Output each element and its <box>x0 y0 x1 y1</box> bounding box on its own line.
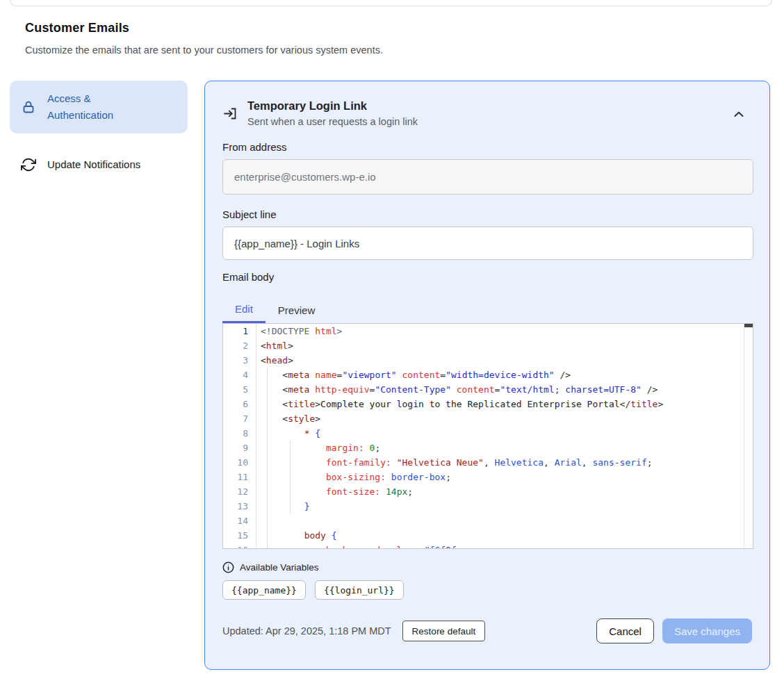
line-number: 10 <box>223 455 256 470</box>
variable-chip[interactable]: {{login_url}} <box>315 580 404 600</box>
editor-scrollbar-thumb[interactable] <box>744 324 753 327</box>
from-address-label: From address <box>222 141 752 153</box>
panel-header-text: Temporary Login Link Sent when a user re… <box>247 99 418 127</box>
code-text[interactable]: * { <box>256 426 753 441</box>
code-line: 2<html> <box>223 338 753 353</box>
line-number: 11 <box>223 470 256 484</box>
line-number: 3 <box>223 353 256 368</box>
sidebar-item-access-authentication[interactable]: Access & Authentication <box>10 81 188 133</box>
from-address-input[interactable] <box>222 159 753 195</box>
code-line: 14 <box>223 514 753 528</box>
tab-preview[interactable]: Preview <box>266 297 327 323</box>
code-text[interactable]: body { <box>256 528 753 543</box>
lock-icon <box>21 99 36 115</box>
code-line: 1<!DOCTYPE html> <box>223 324 753 338</box>
code-text[interactable]: } <box>256 499 753 514</box>
line-number: 7 <box>223 411 256 426</box>
indent-guide <box>267 368 268 548</box>
code-line: 6 <title>Complete your login to the Repl… <box>223 397 753 411</box>
line-number: 2 <box>223 338 256 353</box>
line-number: 4 <box>223 368 256 382</box>
info-icon <box>222 561 234 573</box>
cancel-button[interactable]: Cancel <box>596 618 654 643</box>
line-number: 14 <box>223 514 256 528</box>
line-number: 6 <box>223 397 256 411</box>
email-body-code-editor[interactable]: 1<!DOCTYPE html>2<html>3<head>4 <meta na… <box>222 323 753 549</box>
line-number: 12 <box>223 484 256 499</box>
updated-timestamp: Updated: Apr 29, 2025, 1:18 PM MDT <box>222 625 391 637</box>
code-text[interactable]: <meta http-equiv="Content-Type" content=… <box>256 382 753 397</box>
restore-default-button[interactable]: Restore default <box>402 621 486 641</box>
line-number: 5 <box>223 382 256 397</box>
code-text[interactable]: <style> <box>256 411 753 426</box>
panel-header: Temporary Login Link Sent when a user re… <box>222 99 752 127</box>
available-variables-row: Available Variables <box>222 561 752 573</box>
subject-line-input[interactable] <box>222 227 753 260</box>
sidebar-item-label: Update Notifications <box>47 156 140 173</box>
indent-guide <box>290 441 291 514</box>
temporary-login-link-panel: Temporary Login Link Sent when a user re… <box>204 81 770 670</box>
page-header: Customer Emails Customize the emails tha… <box>25 21 784 56</box>
code-line: 16 background-color: #f6f9fc; <box>223 543 753 549</box>
tab-edit[interactable]: Edit <box>222 297 266 323</box>
email-types-sidebar: Access & Authentication Update Notificat… <box>10 81 188 670</box>
variable-chip[interactable]: {{app_name}} <box>222 580 306 600</box>
line-number: 13 <box>223 499 256 514</box>
page-subtitle: Customize the emails that are sent to yo… <box>25 44 784 56</box>
code-line: 7 <style> <box>223 411 753 426</box>
code-text[interactable]: <head> <box>256 353 753 368</box>
code-text[interactable]: background-color: #f6f9fc; <box>256 543 753 549</box>
code-line: 9 margin: 0; <box>223 441 753 455</box>
editor-scrollbar-track[interactable] <box>744 324 753 548</box>
panel-footer: Updated: Apr 29, 2025, 1:18 PM MDT Resto… <box>222 618 752 643</box>
code-text[interactable]: <meta name="viewport" content="width=dev… <box>256 368 753 382</box>
line-number: 1 <box>223 324 256 338</box>
save-changes-button[interactable]: Save changes <box>662 618 752 643</box>
line-number: 15 <box>223 528 256 543</box>
code-text[interactable]: margin: 0; <box>256 441 753 455</box>
code-line: 4 <meta name="viewport" content="width=d… <box>223 368 753 382</box>
code-text[interactable]: <!DOCTYPE html> <box>256 324 753 338</box>
code-text[interactable]: box-sizing: border-box; <box>256 470 753 484</box>
previous-card-bottom-edge <box>10 0 772 6</box>
line-number: 9 <box>223 441 256 455</box>
code-line: 8 * { <box>223 426 753 441</box>
email-body-label: Email body <box>222 271 752 283</box>
chevron-up-icon <box>734 108 744 120</box>
collapse-section-button[interactable] <box>731 106 746 122</box>
code-line: 5 <meta http-equiv="Content-Type" conten… <box>223 382 753 397</box>
code-line: 13 } <box>223 499 753 514</box>
panel-subtitle: Sent when a user requests a login link <box>247 116 418 127</box>
refresh-icon <box>21 157 36 172</box>
panel-title: Temporary Login Link <box>247 99 418 113</box>
code-line: 10 font-family: "Helvetica Neue", Helvet… <box>223 455 753 470</box>
code-line: 3<head> <box>223 353 753 368</box>
page-title: Customer Emails <box>25 21 784 35</box>
subject-line-label: Subject line <box>222 208 752 220</box>
available-variables-label: Available Variables <box>240 562 319 573</box>
sidebar-item-label: Access & Authentication <box>47 90 153 124</box>
code-line: 12 font-size: 14px; <box>223 484 753 499</box>
line-number: 8 <box>223 426 256 441</box>
code-line: 11 box-sizing: border-box; <box>223 470 753 484</box>
code-text[interactable]: font-family: "Helvetica Neue", Helvetica… <box>256 455 753 470</box>
sidebar-item-update-notifications[interactable]: Update Notifications <box>10 147 188 183</box>
login-icon <box>222 106 238 121</box>
code-text[interactable]: font-size: 14px; <box>256 484 753 499</box>
code-line: 15 body { <box>223 528 753 543</box>
code-text[interactable]: <html> <box>256 338 753 353</box>
email-body-tabs: Edit Preview <box>222 297 752 323</box>
code-text[interactable]: <title>Complete your login to the Replic… <box>256 397 753 411</box>
line-number: 16 <box>223 543 256 549</box>
code-text[interactable] <box>256 514 753 528</box>
